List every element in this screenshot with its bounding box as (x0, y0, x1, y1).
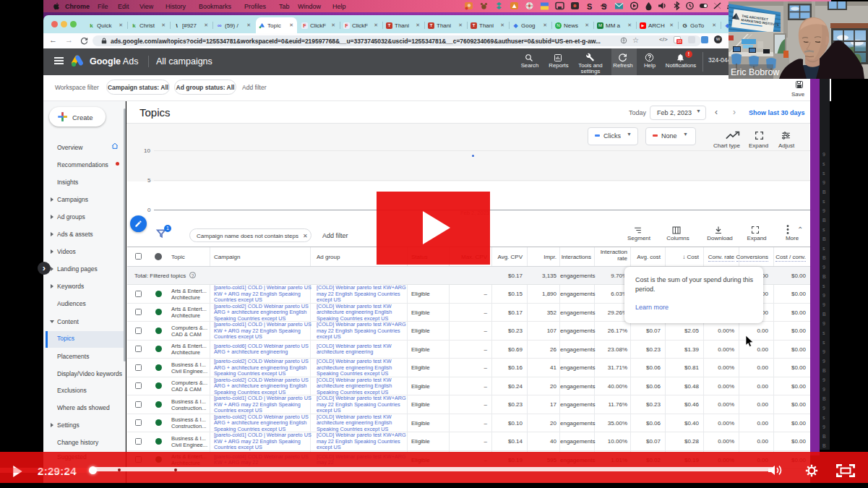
svg-text:S: S (587, 2, 592, 11)
svg-text:Eric Bobrow: Eric Bobrow (731, 67, 780, 77)
